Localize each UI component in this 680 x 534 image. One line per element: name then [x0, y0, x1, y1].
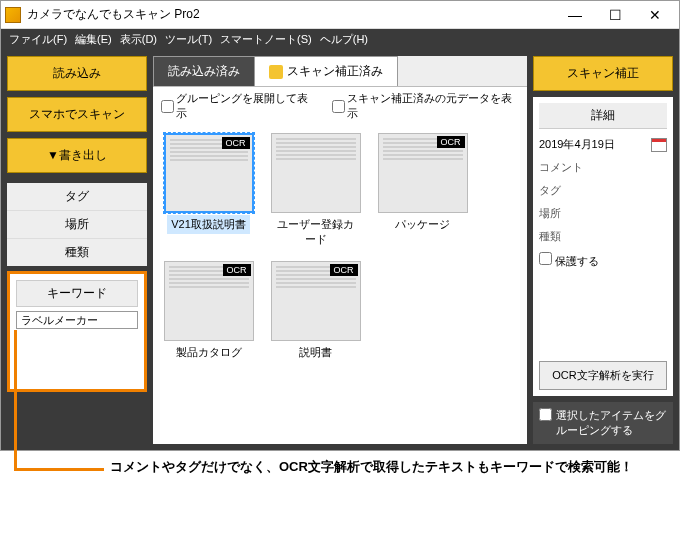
thumbnail-item[interactable]: OCR製品カタログ — [161, 261, 256, 362]
thumbnail-item[interactable]: OCRV21取扱説明書 — [161, 133, 256, 249]
options-row: グルーピングを展開して表示 スキャン補正済みの元データを表示 — [153, 87, 527, 125]
app-title: カメラでなんでもスキャン Pro2 — [27, 6, 555, 23]
thumbnail-image: OCR — [164, 133, 254, 213]
titlebar: カメラでなんでもスキャン Pro2 — ☐ ✕ — [1, 1, 679, 29]
center-panel: 読み込み済み スキャン補正済み グルーピングを展開して表示 スキャン補正済みの元… — [153, 56, 527, 444]
tab-corrected[interactable]: スキャン補正済み — [254, 56, 398, 86]
thumbnail-caption: ユーザー登録カード — [268, 215, 363, 249]
ocr-badge: OCR — [330, 264, 358, 276]
annotation-text: コメントやタグだけでなく、OCR文字解析で取得したテキストもキーワードで検索可能… — [110, 458, 633, 476]
keyword-label: キーワード — [16, 280, 138, 307]
protect-checkbox[interactable] — [539, 252, 552, 265]
read-button[interactable]: 読み込み — [7, 56, 147, 91]
place-label: 場所 — [539, 206, 667, 221]
side-list: タグ 場所 種類 — [7, 183, 147, 266]
thumbnail-caption: パッケージ — [391, 215, 454, 234]
thumbnail-item[interactable]: OCRパッケージ — [375, 133, 470, 249]
menu-smartnote[interactable]: スマートノート(S) — [220, 32, 312, 47]
thumbnail-caption: 製品カタログ — [172, 343, 246, 362]
check-orig[interactable]: スキャン補正済みの元データを表示 — [332, 91, 519, 121]
thumbnail-item[interactable]: ユーザー登録カード — [268, 133, 363, 249]
export-button[interactable]: ▼書き出し — [7, 138, 147, 173]
group-box[interactable]: 選択したアイテムをグルーピングする — [533, 402, 673, 444]
scan-icon — [269, 65, 283, 79]
app-icon — [5, 7, 21, 23]
annotation-line-h — [14, 468, 104, 471]
type-label: 種類 — [539, 229, 667, 244]
check-expand-box[interactable] — [161, 100, 174, 113]
side-item-type[interactable]: 種類 — [7, 239, 147, 266]
detail-header: 詳細 — [539, 103, 667, 129]
menu-tool[interactable]: ツール(T) — [165, 32, 212, 47]
ocr-run-button[interactable]: OCR文字解析を実行 — [539, 361, 667, 390]
tabs: 読み込み済み スキャン補正済み — [153, 56, 527, 87]
menu-file[interactable]: ファイル(F) — [9, 32, 67, 47]
side-item-tag[interactable]: タグ — [7, 183, 147, 211]
calendar-icon[interactable] — [651, 138, 667, 152]
menu-view[interactable]: 表示(D) — [120, 32, 157, 47]
right-sidebar: スキャン補正 詳細 2019年4月19日 コメント タグ 場所 種類 保護する … — [533, 56, 673, 444]
menubar: ファイル(F) 編集(E) 表示(D) ツール(T) スマートノート(S) ヘル… — [1, 29, 679, 50]
left-sidebar: 読み込み スマホでスキャン ▼書き出し タグ 場所 種類 キーワード — [7, 56, 147, 444]
ocr-badge: OCR — [223, 264, 251, 276]
tab-corrected-label: スキャン補正済み — [287, 63, 383, 80]
thumbnail-image: OCR — [378, 133, 468, 213]
annotation-line-v — [14, 330, 17, 470]
content: 読み込み スマホでスキャン ▼書き出し タグ 場所 種類 キーワード 読み込み済… — [1, 50, 679, 450]
keyword-input[interactable] — [16, 311, 138, 329]
smartphone-scan-button[interactable]: スマホでスキャン — [7, 97, 147, 132]
scan-correct-button[interactable]: スキャン補正 — [533, 56, 673, 91]
menu-edit[interactable]: 編集(E) — [75, 32, 112, 47]
app-window: カメラでなんでもスキャン Pro2 — ☐ ✕ ファイル(F) 編集(E) 表示… — [0, 0, 680, 451]
comment-label: コメント — [539, 160, 667, 175]
menu-help[interactable]: ヘルプ(H) — [320, 32, 368, 47]
thumbnail-grid: OCRV21取扱説明書ユーザー登録カードOCRパッケージOCR製品カタログOCR… — [153, 125, 527, 370]
protect-check[interactable]: 保護する — [539, 252, 667, 269]
ocr-badge: OCR — [222, 137, 250, 149]
thumbnail-item[interactable]: OCR説明書 — [268, 261, 363, 362]
thumbnail-caption: 説明書 — [295, 343, 336, 362]
ocr-badge: OCR — [437, 136, 465, 148]
date-value: 2019年4月19日 — [539, 137, 615, 152]
check-orig-box[interactable] — [332, 100, 345, 113]
check-expand[interactable]: グルーピングを展開して表示 — [161, 91, 316, 121]
group-checkbox[interactable] — [539, 408, 552, 421]
keyword-box: キーワード — [7, 271, 147, 392]
tab-loaded[interactable]: 読み込み済み — [153, 56, 255, 86]
detail-panel: 詳細 2019年4月19日 コメント タグ 場所 種類 保護する OCR文字解析… — [533, 97, 673, 396]
thumbnail-image: OCR — [271, 261, 361, 341]
close-button[interactable]: ✕ — [635, 1, 675, 29]
side-item-place[interactable]: 場所 — [7, 211, 147, 239]
tag-label: タグ — [539, 183, 667, 198]
maximize-button[interactable]: ☐ — [595, 1, 635, 29]
thumbnail-caption: V21取扱説明書 — [167, 215, 250, 234]
thumbnail-image — [271, 133, 361, 213]
group-label: 選択したアイテムをグルーピングする — [556, 408, 667, 438]
minimize-button[interactable]: — — [555, 1, 595, 29]
thumbnail-image: OCR — [164, 261, 254, 341]
